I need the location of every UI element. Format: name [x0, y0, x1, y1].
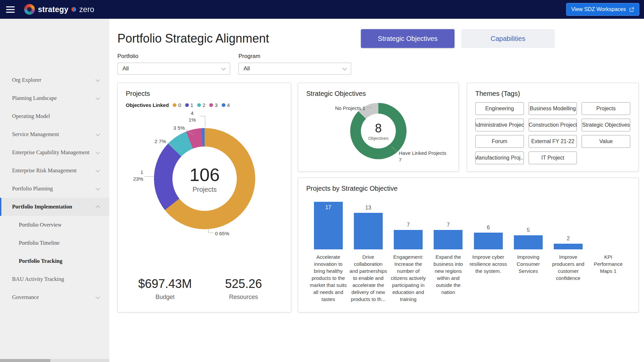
sidebar-item-label: Service Management [12, 131, 96, 138]
bar[interactable] [554, 244, 583, 249]
projects-by-objective-card: Projects by Strategic Objective 17 Accel… [298, 178, 639, 312]
workspaces-button-label: View SDZ Workspaces [571, 6, 626, 12]
sidebar-item-label: Enterprise Risk Management [12, 167, 96, 174]
resources-total: 525.26 Resources [204, 277, 283, 301]
view-toggle: Strategic Objectives Capabilities [361, 29, 555, 48]
sidebar-item-bau-activity-tracking[interactable]: BAU Activity Tracking [0, 270, 109, 288]
bar-column[interactable]: 7 Engagement: Increase the number of cit… [388, 198, 428, 303]
portfolio-filter: Portfolio All [117, 53, 230, 75]
bar-category-label: Improve cyber resilience across the syst… [469, 253, 507, 275]
sidebar-item-service-management[interactable]: Service Management [0, 125, 109, 143]
sidebar-item-label: Governance [12, 294, 96, 301]
donut-callout-4: 4 1% [185, 110, 200, 123]
brand-secondary: zero [79, 5, 94, 14]
app-logo: strategy zero [24, 4, 94, 15]
sidebar-item-label: Portfolio Timeline [19, 240, 99, 246]
tag-administrative-project[interactable]: Administrative Project [475, 119, 524, 131]
bar-value-label: 6 [468, 225, 508, 231]
sidebar-item-governance[interactable]: Governance [0, 288, 109, 306]
portfolio-filter-label: Portfolio [117, 53, 230, 60]
projects-legend: Objectives Linked 0 1 2 3 4 [126, 102, 283, 108]
projects-donut-zone: 106 Projects 4 1% 3 5% 2 7% [126, 109, 283, 275]
budget-label: Budget [126, 294, 204, 301]
bar-category-label: Accelerate innovation to bring healthy p… [309, 253, 347, 303]
legend-entry: 1 [185, 102, 193, 108]
projects-count: 106 [190, 164, 220, 185]
sidebar-item-portfolio-timeline[interactable]: Portfolio Timeline [0, 234, 109, 252]
sidebar-item-label: Enterprise Capability Management [12, 149, 96, 156]
bar-column[interactable]: 2 Improve producers and customer confide… [548, 198, 588, 303]
projects-bar-chart[interactable]: 17 Accelerate innovation to bring health… [306, 198, 630, 303]
portfolio-filter-dropdown[interactable]: All [117, 63, 230, 75]
program-filter-dropdown[interactable]: All [238, 63, 351, 75]
tag-engineering[interactable]: Engineering [475, 102, 524, 115]
tag-external-fy-21-22[interactable]: External FY 21-22 [529, 135, 577, 148]
page-title: Portfolio Strategic Alignment [117, 32, 269, 46]
tab-capabilities[interactable]: Capabilities [461, 29, 555, 48]
bar[interactable] [434, 230, 463, 249]
strategic-objectives-card-title: Strategic Objectives [306, 90, 450, 98]
bar-category-label: Improve producers and customer confidenc… [549, 253, 587, 282]
sidebar-item-enterprise-risk-management[interactable]: Enterprise Risk Management [0, 162, 109, 180]
tag-manufactioring-proj[interactable]: Manufactioring Proj... [475, 152, 524, 164]
tag-strategic-objectives[interactable]: Strategic Objectives [582, 119, 630, 131]
sidebar-item-portfolio-tracking[interactable]: Portfolio Tracking [0, 252, 109, 270]
bar[interactable] [474, 233, 503, 249]
bar-column[interactable]: 5 Improving Consumer Services [508, 198, 548, 303]
tag-business-modelling[interactable]: Business Modelling [529, 102, 577, 115]
tab-strategic-objectives[interactable]: Strategic Objectives [361, 29, 454, 48]
tag-forum[interactable]: Forum [475, 135, 524, 148]
legend-label: 1 [191, 102, 193, 108]
sidebar-item-planning-landscape[interactable]: Planning Landscape [0, 89, 109, 107]
tag-it-project[interactable]: IT Project [529, 152, 577, 164]
sidebar-item-portfolio-overview[interactable]: Portfolio Overview [0, 216, 109, 234]
sidebar: Org Explorer Planning Landscape Operatin… [0, 19, 109, 362]
sidebar-item-enterprise-capability-management[interactable]: Enterprise Capability Management [0, 143, 109, 162]
bar-category-label: Expand the business into new regions wit… [429, 253, 467, 296]
sidebar-item-operating-model[interactable]: Operating Model [0, 107, 109, 125]
bar[interactable] [354, 213, 383, 249]
sidebar-item-label: BAU Activity Tracking [12, 276, 99, 283]
chevron-up-icon [96, 205, 100, 210]
legend-entry: 0 [173, 102, 181, 108]
program-filter-label: Program [238, 53, 351, 60]
bar-column[interactable]: 13 Drive collaboration and partnerships … [348, 198, 388, 303]
bar-column[interactable]: 17 Accelerate innovation to bring health… [308, 198, 348, 303]
resources-label: Resources [204, 294, 283, 301]
objectives-donut-zone: 8 Objectives No Projects 1 Have Linked P… [306, 98, 450, 165]
tag-projects[interactable]: Projects [582, 102, 630, 115]
projects-donut-chart[interactable]: 106 Projects [154, 128, 255, 229]
chevron-down-icon [96, 186, 100, 190]
sidebar-item-org-explorer[interactable]: Org Explorer [0, 71, 109, 89]
bar-column[interactable]: KPI Performance Maps 1 [588, 198, 628, 303]
legend-label: 4 [227, 102, 230, 108]
bar-category-label: Engagement: Increase the number of citiz… [389, 253, 427, 303]
legend-label: 3 [215, 102, 217, 108]
bar-value-label: 7 [388, 222, 428, 228]
bar-value-label: 2 [548, 236, 588, 242]
legend-dot [197, 103, 201, 107]
sidebar-item-portfolio-implementation[interactable]: Portfolio Implementation [0, 198, 109, 216]
hamburger-menu-icon[interactable] [6, 6, 15, 13]
logo-globe-icon [24, 4, 35, 15]
bar[interactable] [514, 235, 543, 249]
brand-primary: strategy [38, 5, 68, 14]
program-filter: Program All [238, 53, 351, 75]
bar-category-label: KPI Performance Maps 1 [589, 253, 627, 275]
tag-construction-project[interactable]: Construction Project [529, 119, 577, 131]
sidebar-item-portfolio-planning[interactable]: Portfolio Planning [0, 180, 109, 198]
objectives-count: 8 [375, 121, 382, 135]
themes-card-title: Themes (Tags) [475, 90, 630, 98]
donut-center: 106 Projects [172, 146, 237, 211]
tag-value[interactable]: Value [582, 135, 630, 148]
bar-value-label: 13 [348, 205, 388, 211]
view-sdz-workspaces-button[interactable]: View SDZ Workspaces [566, 3, 639, 16]
budget-total: $697.43M Budget [126, 277, 204, 301]
sidebar-horizontal-scrollbar[interactable] [0, 359, 109, 362]
bar-column[interactable]: 7 Expand the business into new regions w… [428, 198, 468, 303]
bar-column[interactable]: 6 Improve cyber resilience across the sy… [468, 198, 508, 303]
chevron-down-icon [96, 132, 100, 136]
bar[interactable] [394, 230, 423, 249]
bar-value-label: 17 [308, 204, 348, 210]
themes-tag-grid: Engineering Business Modelling Projects … [475, 102, 630, 164]
